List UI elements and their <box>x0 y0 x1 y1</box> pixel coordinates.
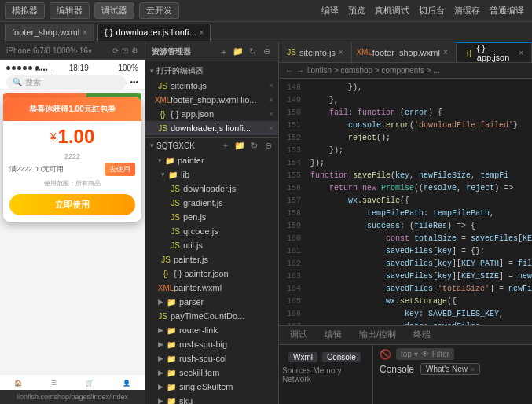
debug-tab-output[interactable]: 输出/控制 <box>351 327 404 344</box>
console-tab-console[interactable]: Console <box>322 352 361 362</box>
tree-sku-folder[interactable]: ▶ 📁 sku <box>145 394 278 404</box>
tab-close-footer[interactable]: × <box>83 28 87 37</box>
parser-chevron: ▶ <box>158 298 163 306</box>
breadcrumb-arrow-right[interactable]: → <box>296 66 304 75</box>
open-file-siteinfo[interactable]: JS siteinfo.js × <box>145 79 278 93</box>
tree-painter-wxml[interactable]: XML painter.wxml <box>145 281 278 295</box>
filter-dropdown[interactable]: top ▾ <box>401 350 418 358</box>
toolbar-simulator-btn[interactable]: 模拟器 <box>5 2 45 19</box>
phone-header: iPhone 6/7/8 1000% 16▾ ⟳ ⊡ ⚙ <box>0 42 145 60</box>
tree-paytimecount-file[interactable]: JS payTimeCountDo... <box>145 309 278 323</box>
footer-wxml-tab-icon: XML <box>360 48 369 57</box>
console-clear-icon[interactable]: 🚫 <box>380 349 391 360</box>
code-line-161: const totalSize = savedFiles[KEY_S <box>310 233 526 245</box>
close-downloader-btn[interactable]: × <box>270 124 273 132</box>
modal-details-row: 满2222.00元可用 去使用 <box>3 163 141 179</box>
close-footer-btn[interactable]: × <box>270 96 273 104</box>
tree-util-js[interactable]: JS util.js <box>145 238 278 252</box>
console-tab-wxml[interactable]: Wxml <box>288 352 317 362</box>
tree-painter-json[interactable]: {} { } painter.json <box>145 266 278 281</box>
explorer-new-folder-icon[interactable]: 📁 <box>234 140 245 151</box>
debug-tab-terminal[interactable]: 终端 <box>405 327 438 344</box>
tree-pen-js[interactable]: JS pen.js <box>145 210 278 224</box>
tab-footer-wxml[interactable]: footer_shop.wxml × <box>5 24 94 41</box>
code-line-165: savedFiles['totalSize'] = newFileS <box>310 283 526 296</box>
rushspubig-folder-label: rush-spu-big <box>179 340 227 349</box>
code-content[interactable]: }), }, fail: function (error) { console.… <box>304 79 532 325</box>
console-filter[interactable]: top ▾ 👁 Filter <box>396 348 454 360</box>
breadcrumb-arrow-left[interactable]: ← <box>285 66 293 75</box>
collapse-icon[interactable]: ⊖ <box>261 46 272 57</box>
tree-singleskul-folder[interactable]: ▶ 📁 singleSkultem <box>145 380 278 394</box>
code-tab-footer-wxml[interactable]: XML footer_shop.wxml × <box>352 42 457 63</box>
clear-cache-btn[interactable]: 清缓存 <box>451 3 483 18</box>
coupon-amount: 1.00 <box>58 126 95 148</box>
whats-new-text: What's New <box>426 365 468 373</box>
footer-wxml-tab-close[interactable]: × <box>443 48 448 57</box>
code-editor-area[interactable]: 148149150151 152153154155 156157158159 1… <box>279 79 532 325</box>
tab-close-downloader[interactable]: × <box>200 28 204 37</box>
switch-bg-btn[interactable]: 切后台 <box>416 3 448 18</box>
new-file-icon[interactable]: + <box>218 46 229 57</box>
use-coupon-btn[interactable]: 去使用 <box>105 163 135 176</box>
debug-tab-edit[interactable]: 编辑 <box>317 327 350 344</box>
tree-parser-folder[interactable]: ▶ 📁 parser <box>145 295 278 309</box>
immediate-use-btn[interactable]: 立即使用 <box>9 194 135 215</box>
tree-downloader-js[interactable]: JS downloader.js <box>145 182 278 196</box>
open-editors-header[interactable]: ▾ 打开的编辑器 <box>145 63 278 79</box>
explorer-refresh-icon[interactable]: ↻ <box>248 140 259 151</box>
explorer-new-file-icon[interactable]: + <box>220 140 231 151</box>
whats-new-badge[interactable]: What's New × <box>420 363 480 375</box>
sources-tab-btn[interactable]: Sources <box>282 366 311 375</box>
preview-btn[interactable]: 预览 <box>345 3 369 18</box>
normal-compile-btn[interactable]: 普通编译 <box>486 3 527 18</box>
tree-seckillitem-folder[interactable]: ▶ 📁 seckillItem <box>145 365 278 380</box>
filter-eye-icon[interactable]: 👁 <box>421 350 429 358</box>
toolbar-cloud-btn[interactable]: 云开发 <box>139 2 179 19</box>
close-siteinfo-btn[interactable]: × <box>270 82 273 90</box>
refresh-icon[interactable]: ↻ <box>247 46 258 57</box>
appjson-tab-close[interactable]: × <box>519 49 523 57</box>
open-file-appjson[interactable]: {} { } app.json × <box>145 107 278 121</box>
siteinfo-tab-close[interactable]: × <box>339 48 343 57</box>
toolbar-editor-btn[interactable]: 编辑器 <box>50 2 90 19</box>
real-debug-btn[interactable]: 真机调试 <box>372 3 413 18</box>
footer-tab-cart[interactable]: 🛒 <box>86 380 94 387</box>
footer-tab-profile[interactable]: 👤 <box>123 380 130 387</box>
footer-tab-home[interactable]: 🏠 <box>14 380 22 387</box>
tree-painter-js[interactable]: JS painter.js <box>145 252 278 266</box>
open-file-downloader[interactable]: JS downloader.js lionfi... × <box>145 121 278 135</box>
tab-downloader-js[interactable]: { } downloader.js lionfi... × <box>97 24 211 41</box>
explorer-collapse-icon[interactable]: ⊖ <box>262 140 273 151</box>
rotate-icon[interactable]: ⟳ <box>112 46 119 55</box>
code-tab-appjson[interactable]: {} { } app.json × <box>457 42 532 63</box>
tree-qrcode-js[interactable]: JS qrcode.js <box>145 224 278 238</box>
phone-nav-more[interactable]: ••• <box>130 78 138 86</box>
footer-tab-category[interactable]: ☰ <box>51 380 57 387</box>
debug-tab-debug[interactable]: 调试 <box>282 327 315 344</box>
tree-routerlink-folder[interactable]: ▶ 📁 router-link <box>145 323 278 337</box>
fullscreen-icon[interactable]: ⊡ <box>122 46 128 55</box>
painter-js-icon: JS <box>161 255 171 264</box>
open-file-footer-wxml[interactable]: XML footer_shop.wxml lio... × <box>145 93 278 107</box>
gradient-file-label: gradient.js <box>183 198 223 208</box>
main-content: iPhone 6/7/8 1000% 16▾ ⟳ ⊡ ⚙ ••••• WeCha… <box>0 42 532 404</box>
memory-tab-btn[interactable]: Memory <box>313 366 341 375</box>
tree-rushspucol-folder[interactable]: ▶ 📁 rush-spu-col <box>145 351 278 365</box>
whats-new-close[interactable]: × <box>471 365 475 373</box>
compile-btn[interactable]: 编译 <box>318 3 342 18</box>
toolbar-debugger-btn[interactable]: 调试器 <box>94 2 134 19</box>
code-tab-siteinfo[interactable]: JS siteinfo.js × <box>279 42 352 63</box>
tree-gradient-js[interactable]: JS gradient.js <box>145 196 278 210</box>
tree-rushspubig-folder[interactable]: ▶ 📁 rush-spu-big <box>145 337 278 351</box>
close-appjson-btn[interactable]: × <box>270 110 273 118</box>
appjson-tab-icon: {} <box>464 48 474 57</box>
tree-lib-folder[interactable]: ▾ 📁 lib <box>145 167 278 182</box>
tree-painter-folder[interactable]: ▾ 📁 painter <box>145 153 278 167</box>
network-tab-btn[interactable]: Network <box>282 375 311 384</box>
settings-icon[interactable]: ⚙ <box>131 46 138 55</box>
phone-search-bar[interactable]: 🔍 搜索 <box>6 75 127 90</box>
new-folder-icon[interactable]: 📁 <box>233 46 244 57</box>
explorer-header[interactable]: ▾ SQTGXCK + 📁 ↻ ⊖ <box>145 138 278 153</box>
phone-nav-bar: 🔍 搜索 ••• <box>0 75 145 90</box>
